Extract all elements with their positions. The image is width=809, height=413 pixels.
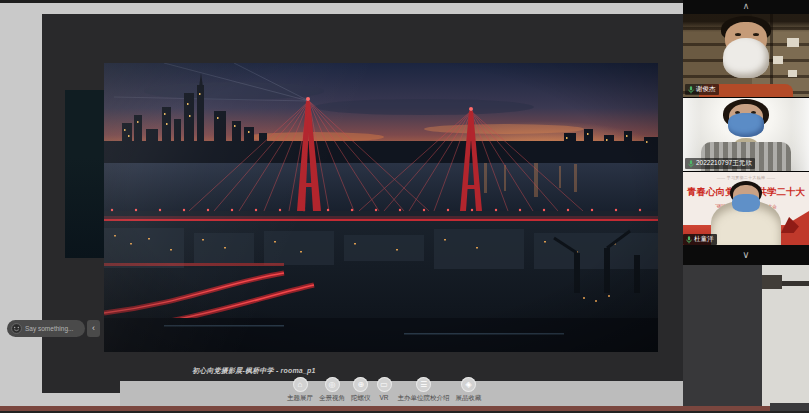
tool-label: 主题展厅	[287, 394, 313, 403]
vr-goggles-icon: ▭	[377, 377, 392, 392]
face-mask	[723, 38, 769, 78]
exhibition-toolbar: ⌂ 主题展厅 ◎ 全景视角 ⊕ 陀螺仪 ▭ VR ☰ 主办单位院校介绍 ◈ 展品…	[287, 377, 482, 403]
participant-name: 谢俊杰	[696, 85, 716, 94]
adjacent-exhibit-photo	[65, 90, 106, 258]
chat-collapse-button[interactable]: ‹	[87, 320, 100, 337]
tool-label: 全景视角	[319, 394, 345, 403]
background-desktop-strip	[762, 265, 809, 406]
tool-collection-button[interactable]: ◈ 展品收藏	[456, 377, 482, 403]
participant-name-tag: 杜童洋	[683, 234, 717, 245]
participant-video-3[interactable]: —— 学习贯彻二十大精神 —— 青春心向党 共学二十大 “强国少年”学习二十大精…	[683, 172, 809, 245]
scroll-up-button[interactable]: ∧	[683, 0, 809, 14]
banner-title-right: 共学二十大	[758, 186, 806, 199]
exhibit-photo-bridge[interactable]	[104, 63, 658, 352]
tool-exhibit-hall-button[interactable]: ⌂ 主题展厅	[287, 377, 313, 403]
participant-name-tag: 2022210797王元欣	[685, 158, 755, 169]
participant-eye	[753, 33, 759, 36]
meeting-window: 初心向党摄影展-枫桥中学 - rooma_p1 ⌂ 主题展厅 ◎ 全景视角 ⊕ …	[0, 0, 809, 413]
banner-header: —— 学习贯彻二十大精神 ——	[683, 175, 809, 180]
chat-bar: Say something... ‹	[7, 320, 100, 337]
tool-panorama-button[interactable]: ◎ 全景视角	[319, 377, 345, 403]
tool-vr-button[interactable]: ▭ VR	[377, 377, 392, 401]
bottom-right-corner-block	[770, 403, 809, 411]
chevron-down-icon: ∨	[742, 249, 749, 260]
organizer-info-icon: ☰	[416, 377, 431, 392]
collection-icon: ◈	[461, 377, 476, 392]
participant-video-2[interactable]: 2022210797王元欣	[683, 98, 809, 171]
screen-share-stage: 初心向党摄影展-枫桥中学 - rooma_p1	[42, 14, 683, 393]
background-panel-dark	[683, 265, 762, 406]
chat-input[interactable]: Say something...	[7, 320, 85, 337]
chat-placeholder: Say something...	[25, 325, 73, 332]
participants-sidebar: ∧ 谢俊杰	[683, 0, 809, 265]
tool-organizer-info-button[interactable]: ☰ 主办单位院校介绍	[398, 377, 450, 403]
exhibition-room-label: 初心向党摄影展-枫桥中学 - rooma_p1	[192, 366, 512, 376]
screen-glare	[104, 63, 658, 352]
scroll-down-button[interactable]: ∨	[683, 245, 809, 265]
exhibit-hall-icon: ⌂	[293, 377, 308, 392]
bookshelf-box	[787, 38, 799, 47]
face-mask	[732, 194, 760, 212]
chevron-left-icon: ‹	[92, 323, 95, 333]
participant-name: 2022210797王元欣	[696, 159, 752, 168]
panorama-icon: ◎	[325, 377, 340, 392]
face-mask	[728, 113, 764, 137]
participant-eye	[735, 33, 741, 36]
chevron-up-icon: ∧	[743, 1, 750, 11]
tool-label: 主办单位院校介绍	[398, 394, 450, 403]
smiley-icon[interactable]	[11, 323, 22, 334]
tool-gyroscope-button[interactable]: ⊕ 陀螺仪	[351, 377, 371, 403]
window-glare	[791, 98, 809, 171]
gyroscope-icon: ⊕	[353, 377, 368, 392]
participant-name: 杜童洋	[694, 235, 714, 244]
bookshelf-box	[788, 70, 797, 77]
mic-icon	[686, 236, 692, 244]
tool-label: 展品收藏	[456, 394, 482, 403]
background-wall-object	[762, 275, 782, 289]
tool-label: 陀螺仪	[351, 394, 371, 403]
mic-icon	[688, 160, 694, 168]
participant-name-tag: 谢俊杰	[685, 84, 719, 95]
participant-video-1[interactable]: 谢俊杰	[683, 14, 809, 97]
tool-label: VR	[379, 394, 388, 401]
bookshelf-box	[773, 56, 783, 64]
mic-icon	[688, 86, 694, 94]
banner-title-left: 青春心向党	[687, 186, 735, 199]
